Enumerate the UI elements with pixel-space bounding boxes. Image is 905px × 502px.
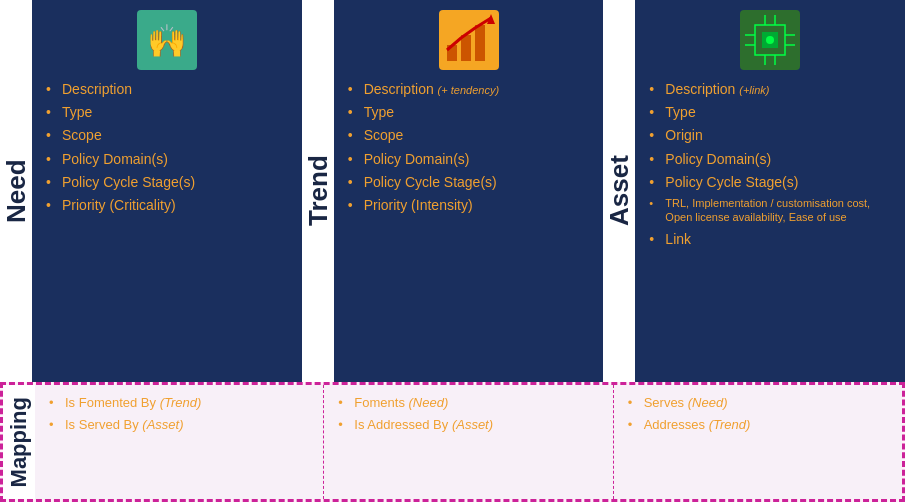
need-label: Need [0,0,32,382]
svg-text:🙌: 🙌 [147,22,187,60]
need-mapping-item-2: Is Served By (Asset) [49,417,309,434]
svg-point-18 [766,36,774,44]
trend-column-wrapper: Trend De [302,0,604,382]
mapping-cols: Is Fomented By (Trend) Is Served By (Ass… [35,385,902,499]
asset-mapping-item-1: Serves (Need) [628,395,888,412]
asset-column-wrapper: Asset [603,0,905,382]
need-mapping-col: Is Fomented By (Trend) Is Served By (Ass… [35,385,324,499]
trend-icon-area [348,10,590,74]
trend-mapping-col: Foments (Need) Is Addressed By (Asset) [324,385,613,499]
trend-mapping-list: Foments (Need) Is Addressed By (Asset) [338,395,598,434]
trend-item-6: Priority (Intensity) [348,196,590,214]
asset-item-2: Type [649,103,891,121]
mapping-label-wrapper: Mapping [3,385,35,499]
need-item-3: Scope [46,126,288,144]
asset-mapping-list: Serves (Need) Addresses (Trend) [628,395,888,434]
trend-item-3: Scope [348,126,590,144]
trend-mapping-item-1: Foments (Need) [338,395,598,412]
top-section: Need 🙌 Description Type Scope Policy Dom… [0,0,905,382]
trend-item-4: Policy Domain(s) [348,150,590,168]
trend-items-list: Description (+ tendency) Type Scope Poli… [348,80,590,214]
need-item-6: Priority (Criticality) [46,196,288,214]
trend-content: Description (+ tendency) Type Scope Poli… [334,0,604,382]
asset-content: Description (+link) Type Origin Policy D… [635,0,905,382]
trend-mapping-item-2: Is Addressed By (Asset) [338,417,598,434]
need-item-4: Policy Domain(s) [46,150,288,168]
bottom-section: Mapping Is Fomented By (Trend) Is Served… [0,382,905,502]
asset-item-3: Origin [649,126,891,144]
need-item-1: Description [46,80,288,98]
trend-item-1: Description (+ tendency) [348,80,590,98]
mapping-label: Mapping [6,397,32,487]
need-items-list: Description Type Scope Policy Domain(s) … [46,80,288,214]
trend-label: Trend [302,0,334,382]
need-column-wrapper: Need 🙌 Description Type Scope Policy Dom… [0,0,302,382]
asset-item-link: Link [649,230,891,248]
need-mapping-list: Is Fomented By (Trend) Is Served By (Ass… [49,395,309,434]
need-content: 🙌 Description Type Scope Policy Domain(s… [32,0,302,382]
need-item-5: Policy Cycle Stage(s) [46,173,288,191]
trend-icon [439,10,499,70]
need-icon: 🙌 [137,10,197,70]
asset-item-trl: TRL, Implementation / customisation cost… [649,196,891,225]
asset-icon [740,10,800,70]
asset-item-5: Policy Cycle Stage(s) [649,173,891,191]
svg-rect-4 [461,35,471,61]
asset-mapping-item-2: Addresses (Trend) [628,417,888,434]
trend-item-5: Policy Cycle Stage(s) [348,173,590,191]
need-icon-area: 🙌 [46,10,288,74]
asset-items-list: Description (+link) Type Origin Policy D… [649,80,891,248]
svg-rect-5 [475,25,485,61]
asset-icon-area [649,10,891,74]
asset-mapping-col: Serves (Need) Addresses (Trend) [614,385,902,499]
asset-item-1: Description (+link) [649,80,891,98]
need-item-2: Type [46,103,288,121]
need-mapping-item-1: Is Fomented By (Trend) [49,395,309,412]
asset-item-4: Policy Domain(s) [649,150,891,168]
trend-item-2: Type [348,103,590,121]
asset-label: Asset [603,0,635,382]
outer-container: Need 🙌 Description Type Scope Policy Dom… [0,0,905,502]
